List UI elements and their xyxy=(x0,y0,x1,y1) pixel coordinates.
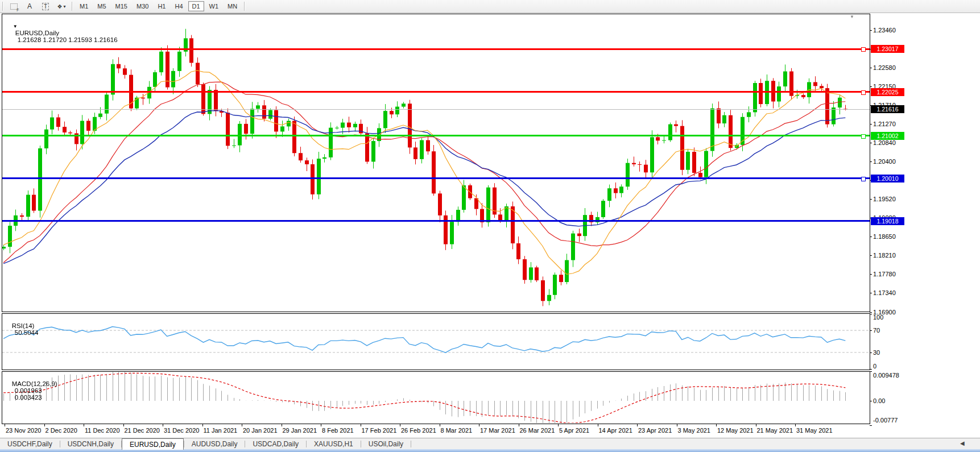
price-level-badge: 1.19018 xyxy=(871,217,904,225)
date-tick-mark xyxy=(163,424,163,426)
date-label: 31 Dec 2020 xyxy=(164,427,199,434)
tab-usdcad[interactable]: USDCAD,Daily xyxy=(245,438,306,450)
price-level-badge: 1.21002 xyxy=(871,132,904,140)
price-tick-label: 1.18210 xyxy=(873,252,913,259)
date-label: 23 Apr 2021 xyxy=(638,427,672,434)
date-label: 26 Feb 2021 xyxy=(401,427,436,434)
date-label: 26 Mar 2021 xyxy=(520,427,555,434)
tab-usdchf[interactable]: USDCHF,Daily xyxy=(0,438,60,450)
draw-tools-icon[interactable]: ❖▾ xyxy=(53,1,69,11)
price-tick-label: 1.22580 xyxy=(873,64,913,72)
horizontal-level-line[interactable] xyxy=(2,135,870,136)
tab-xauusd[interactable]: XAUUSD,H1 xyxy=(307,438,361,450)
macd-canvas[interactable] xyxy=(2,372,869,423)
text-label-icon[interactable]: A xyxy=(22,1,38,11)
macd-tick-mark xyxy=(870,371,872,372)
tab-eurusd[interactable]: EURUSD,Daily xyxy=(122,438,184,450)
text-box-icon[interactable]: T xyxy=(38,1,53,11)
timeframe-button-M1[interactable]: M1 xyxy=(76,1,92,11)
horizontal-level-line[interactable] xyxy=(2,177,870,179)
price-tick-label: 1.17340 xyxy=(873,289,913,297)
price-tick-label: 1.19520 xyxy=(873,196,913,203)
price-level-badge: 1.22025 xyxy=(871,88,904,96)
timeframe-button-D1[interactable]: D1 xyxy=(188,1,204,11)
chart-title: ▼ EURUSD,Daily 1.21628 1.21720 1.21593 1… xyxy=(6,16,118,50)
hline-handle[interactable] xyxy=(861,177,866,181)
timeframe-button-M30[interactable]: M30 xyxy=(133,1,152,11)
tab-audusd[interactable]: AUDUSD,Daily xyxy=(184,438,245,450)
date-label: 2 Dec 2020 xyxy=(46,427,77,434)
date-label: 17 Feb 2021 xyxy=(362,427,397,434)
date-tick-mark xyxy=(242,424,242,426)
price-tick-mark xyxy=(870,237,872,237)
date-tick-mark xyxy=(44,424,45,426)
rsi-canvas[interactable] xyxy=(2,314,869,369)
price-tick-mark xyxy=(870,293,872,293)
hline-handle[interactable] xyxy=(861,47,866,52)
horizontal-level-line[interactable] xyxy=(2,220,870,222)
date-tick-mark xyxy=(795,424,796,426)
price-tick-mark xyxy=(870,199,872,200)
timeframe-button-W1[interactable]: W1 xyxy=(205,1,223,11)
date-label: 5 Apr 2021 xyxy=(559,427,589,434)
price-tick-label: 1.20400 xyxy=(873,158,913,165)
rsi-tick-mark xyxy=(870,330,872,331)
price-tick-mark xyxy=(870,161,872,162)
tab-usdcnh[interactable]: USDCNH,Daily xyxy=(60,438,121,450)
candlestick-canvas[interactable] xyxy=(2,14,869,311)
date-label: 23 Nov 2020 xyxy=(6,427,41,434)
timeframe-button-MN[interactable]: MN xyxy=(224,1,241,11)
date-tick-mark xyxy=(321,424,321,426)
rsi-tick-label: 0 xyxy=(873,363,913,370)
rsi-label: RSI(14) xyxy=(12,322,35,329)
timeframe-button-M15[interactable]: M15 xyxy=(111,1,131,11)
tab-scroll-left-button[interactable]: ◀ xyxy=(960,440,965,446)
date-tick-mark xyxy=(84,424,84,426)
price-tick-label: 1.23460 xyxy=(873,27,913,34)
price-tick-mark xyxy=(870,274,872,275)
horizontal-level-line[interactable] xyxy=(2,91,870,93)
chart-symbol-label: EURUSD,Daily xyxy=(15,30,59,36)
date-tick-mark xyxy=(361,424,361,426)
symbol-dropdown-icon[interactable]: ▼ xyxy=(13,24,18,29)
date-label: 21 May 2021 xyxy=(757,427,793,434)
timeframe-button-M5[interactable]: M5 xyxy=(93,1,110,11)
date-label: 8 Feb 2021 xyxy=(322,427,354,434)
price-tick-mark xyxy=(870,86,872,87)
rsi-tick-label: 100 xyxy=(873,314,913,321)
chart-shift-marker[interactable]: ▼ xyxy=(850,14,854,19)
date-label: 11 Dec 2020 xyxy=(85,427,120,434)
chart-tab-bar: USDCHF,DailyUSDCNH,DailyEURUSD,DailyAUDU… xyxy=(0,438,980,450)
hline-handle[interactable] xyxy=(861,134,866,139)
date-tick-mark xyxy=(202,424,203,426)
shapes-icon: ❖ xyxy=(57,3,63,10)
tab-usoil[interactable]: USOil,Daily xyxy=(361,438,411,450)
chart-ohlc-values: 1.21628 1.21720 1.21593 1.21616 xyxy=(18,36,118,43)
date-tick-mark xyxy=(716,424,717,426)
macd-value-signal: 0.003423 xyxy=(15,394,42,401)
timeframe-button-group: M1M5M15M30H1H4D1W1MN xyxy=(75,1,242,11)
current-price-line xyxy=(2,109,870,110)
date-tick-mark xyxy=(123,424,124,426)
date-tick-mark xyxy=(677,424,677,426)
horizontal-level-line[interactable] xyxy=(2,48,870,50)
rsi-tick-label: 70 xyxy=(873,327,913,334)
rsi-tick-mark xyxy=(870,369,872,370)
date-tick-mark xyxy=(479,424,479,426)
timeframe-button-H4[interactable]: H4 xyxy=(171,1,187,11)
price-tick-mark xyxy=(870,312,872,313)
date-label: 31 May 2021 xyxy=(796,427,833,434)
date-label: 3 May 2021 xyxy=(678,427,710,434)
macd-tick-label: 0.009478 xyxy=(873,372,913,379)
price-tick-label: 1.18650 xyxy=(873,233,913,240)
date-label: 11 Jan 2021 xyxy=(204,427,238,434)
rsi-tick-mark xyxy=(870,314,872,314)
macd-value-main: 0.001963 xyxy=(15,387,42,394)
toolbar-separator xyxy=(2,2,3,11)
price-level-badge: 1.23017 xyxy=(871,45,904,53)
timeframe-button-H1[interactable]: H1 xyxy=(154,1,169,11)
tab-separator xyxy=(411,441,411,447)
chart-grid-icon[interactable] xyxy=(6,1,22,11)
hline-handle[interactable] xyxy=(861,90,866,95)
date-tick-mark xyxy=(558,424,559,426)
